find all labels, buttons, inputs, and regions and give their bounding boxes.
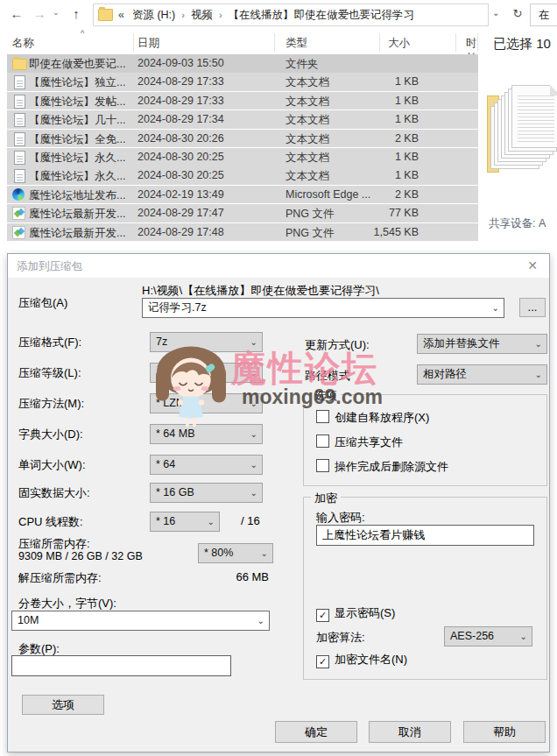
file-row[interactable]: 即使在做爱也要记...2024-09-03 15:50文件夹 xyxy=(7,54,478,73)
file-name: 即使在做爱也要记... xyxy=(29,57,134,72)
column-divider[interactable] xyxy=(455,33,456,52)
column-header-date[interactable]: 日期 xyxy=(137,36,159,51)
file-row[interactable]: 【魔性论坛】永久...2024-08-30 20:25文本文档1 KB xyxy=(7,148,478,166)
volume-size-combobox[interactable]: 10M ⌄ xyxy=(11,611,270,631)
checkbox-icon[interactable]: ✓ xyxy=(316,609,329,622)
file-size: 1 KB xyxy=(345,151,419,163)
file-name: 魔性论坛最新开发... xyxy=(29,226,134,241)
breadcrumb-segment[interactable]: 视频 xyxy=(191,9,213,21)
checkbox-icon[interactable] xyxy=(316,435,329,448)
chevron-down-icon[interactable]: ⌄ xyxy=(492,299,499,317)
chevron-down-icon[interactable]: ⌄ xyxy=(250,456,257,474)
details-pane: 已选择 10 共享设备: A xyxy=(478,29,557,253)
column-header-type[interactable]: 类型 xyxy=(286,36,307,51)
dialog-titlebar[interactable]: 添加到压缩包 ✕ xyxy=(8,254,549,278)
breadcrumb-overflow-chevron[interactable]: « xyxy=(118,9,124,21)
field-label: 单词大小(W): xyxy=(18,457,86,473)
chevron-down-icon[interactable]: ⌄ xyxy=(208,512,215,531)
address-dropdown-icon[interactable]: ⌄ xyxy=(492,8,499,18)
option-checkbox-row[interactable]: 操作完成后删除源文件 xyxy=(316,459,448,473)
decompress-memory-value: 66 MB xyxy=(183,570,269,583)
parameters-input[interactable] xyxy=(11,655,231,676)
file-date: 2024-08-29 17:47 xyxy=(137,207,260,219)
chevron-down-icon[interactable]: ⌄ xyxy=(520,627,527,646)
selection-count: 已选择 10 xyxy=(493,36,551,53)
show-password-checkbox-row[interactable]: ✓显示密码(S) xyxy=(316,605,395,619)
chevron-down-icon[interactable]: ⌄ xyxy=(250,425,257,443)
breadcrumb: 资源 (H:)›视频›【在线播放】即使在做爱也要记得学习 xyxy=(130,8,416,23)
file-date: 2024-08-30 20:26 xyxy=(137,132,260,145)
cpu-threads-max: / 16 xyxy=(241,514,260,527)
text-icon xyxy=(14,75,25,89)
field-label: 压缩等级(L): xyxy=(18,365,81,381)
encryption-method-value: AES-256 xyxy=(450,630,494,642)
chevron-down-icon[interactable]: ⌄ xyxy=(250,484,257,502)
file-type: 文件夹 xyxy=(286,57,382,72)
cancel-button[interactable]: 取消 xyxy=(369,721,451,743)
back-icon[interactable]: ← xyxy=(7,4,26,24)
chevron-down-icon[interactable]: ⌄ xyxy=(535,335,542,353)
checkbox-icon[interactable] xyxy=(316,410,329,423)
field-combobox[interactable]: * 16 GB⌄ xyxy=(150,483,263,503)
archive-name-combobox[interactable]: 记得学习.7z ⌄ xyxy=(142,298,504,318)
text-icon xyxy=(14,113,25,127)
encryption-method-combobox[interactable]: AES-256 ⌄ xyxy=(444,626,532,646)
png-icon xyxy=(12,207,25,220)
chevron-down-icon[interactable]: ⌄ xyxy=(261,544,268,562)
checkbox-icon[interactable]: ✓ xyxy=(316,655,329,668)
column-header-size[interactable]: 大小 xyxy=(388,36,410,51)
forward-icon[interactable]: → xyxy=(30,4,49,24)
file-size: 1,545 KB xyxy=(345,226,419,238)
field-combobox[interactable]: * 64⌄ xyxy=(150,455,263,475)
file-name: 【魔性论坛】全免... xyxy=(29,132,134,147)
file-row[interactable]: 【魔性论坛】全免...2024-08-30 20:26文本文档2 KB xyxy=(7,130,478,148)
help-button[interactable]: 帮助 xyxy=(463,721,546,743)
file-row[interactable]: 魔性论坛最新开发...2024-08-29 17:48PNG 文件1,545 K… xyxy=(7,223,478,242)
option-checkbox-row[interactable]: 压缩共享文件 xyxy=(316,435,403,449)
refresh-icon[interactable]: ↻ xyxy=(509,4,526,24)
file-name: 魔性论坛地址发布... xyxy=(29,188,134,203)
search-input[interactable]: 在 xyxy=(530,4,557,26)
encrypt-names-checkbox-row[interactable]: ✓加密文件名(N) xyxy=(316,652,407,666)
file-row[interactable]: 【魔性论坛】独立...2024-08-29 17:33文本文档1 KB xyxy=(7,73,478,91)
cpu-threads-label: CPU 线程数: xyxy=(18,514,83,530)
file-date: 2024-08-30 20:25 xyxy=(137,169,260,181)
field-value: * 16 GB xyxy=(156,486,194,498)
ok-button[interactable]: 确定 xyxy=(275,721,357,743)
nav-history-chevron-icon[interactable]: ⌄ xyxy=(53,8,60,17)
file-row[interactable]: 魔性论坛地址发布...2024-02-19 13:49Microsoft Edg… xyxy=(7,186,478,204)
file-row[interactable]: 【魔性论坛】永久...2024-08-30 20:25文本文档1 KB xyxy=(7,166,478,185)
password-label: 输入密码: xyxy=(316,510,365,526)
text-icon xyxy=(14,132,25,146)
file-row[interactable]: 【魔性论坛】发帖...2024-08-29 17:33文本文档1 KB xyxy=(7,92,478,110)
text-icon xyxy=(14,151,25,165)
update-mode-combobox[interactable]: 添加并替换文件 ⌄ xyxy=(417,334,547,354)
column-divider[interactable] xyxy=(274,33,275,52)
chevron-down-icon[interactable]: ⌄ xyxy=(535,365,542,384)
file-size: 1 KB xyxy=(345,169,419,181)
memory-percent-combobox[interactable]: * 80% ⌄ xyxy=(198,543,273,563)
path-mode-combobox[interactable]: 相对路径 ⌄ xyxy=(417,364,547,385)
file-date: 2024-02-19 13:49 xyxy=(137,188,260,201)
column-divider[interactable] xyxy=(133,33,134,52)
close-icon[interactable]: ✕ xyxy=(524,258,541,274)
chevron-down-icon[interactable]: ⌄ xyxy=(257,611,264,630)
cpu-threads-combobox[interactable]: * 16 ⌄ xyxy=(150,512,220,532)
browse-button[interactable]: ... xyxy=(519,298,546,317)
up-icon[interactable]: ↑ xyxy=(67,4,86,24)
breadcrumb-segment[interactable]: 资源 (H:) xyxy=(132,9,175,21)
checkbox-icon[interactable] xyxy=(316,459,329,472)
column-divider[interactable] xyxy=(379,33,380,52)
file-row[interactable]: 【魔性论坛】几十...2024-08-29 17:34文本文档1 KB xyxy=(7,110,478,129)
file-row[interactable]: 魔性论坛最新开发...2024-08-29 17:47PNG 文件77 KB xyxy=(7,204,478,223)
address-bar[interactable]: « 资源 (H:)›视频›【在线播放】即使在做爱也要记得学习 xyxy=(93,4,489,26)
option-checkbox-row[interactable]: 创建自释放程序(X) xyxy=(316,410,429,424)
watermark-url-text: moxing69.com xyxy=(242,385,383,409)
selected-files-stack-icon xyxy=(487,81,557,195)
archive-name-value: 记得学习.7z xyxy=(148,301,207,314)
options-button[interactable]: 选项 xyxy=(22,695,104,715)
column-header-name[interactable]: 名称 xyxy=(12,36,34,51)
breadcrumb-segment[interactable]: 【在线播放】即使在做爱也要记得学习 xyxy=(229,9,415,21)
file-size: 2 KB xyxy=(345,132,419,145)
password-input[interactable]: 上魔性论坛看片赚钱 xyxy=(316,525,534,546)
